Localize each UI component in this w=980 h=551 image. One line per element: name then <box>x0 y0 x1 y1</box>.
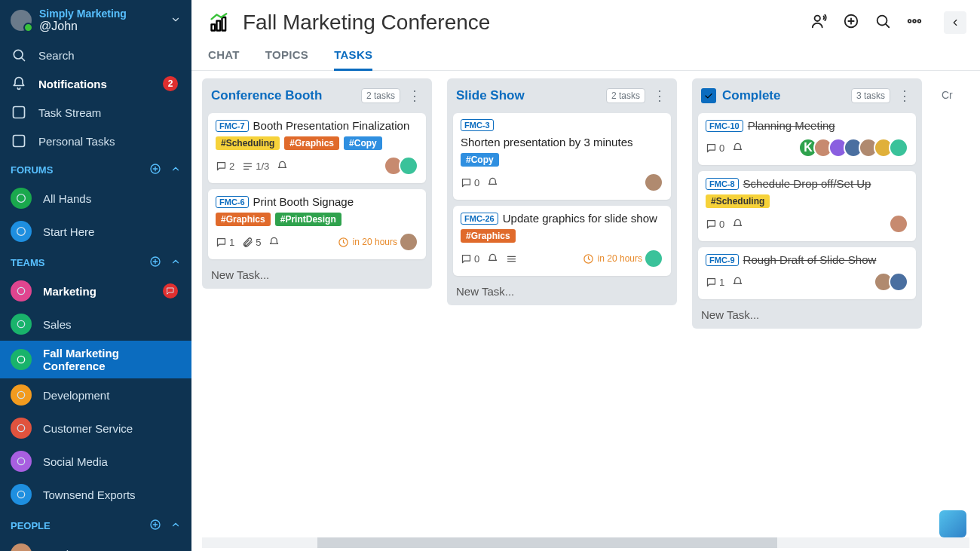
profile-switcher[interactable]: Simply Marketing @John <box>0 0 191 41</box>
task-card[interactable]: FMC-26Update graphics for slide show #Gr… <box>453 206 671 276</box>
checklist-progress[interactable]: 1/3 <box>242 161 269 172</box>
avatar <box>399 232 418 252</box>
collapse-teams-icon[interactable] <box>170 256 181 269</box>
team-item[interactable]: Townsend Exports <box>0 478 191 511</box>
tabs: CHAT TOPICS TASKS <box>191 35 980 71</box>
task-card[interactable]: FMC-10Planning Meeting 0K <box>698 113 916 165</box>
assignee-avatars[interactable] <box>388 156 418 176</box>
new-task-input[interactable]: New Task... <box>453 282 671 299</box>
column-title[interactable]: Complete <box>722 88 845 103</box>
nav-notifications[interactable]: Notifications 2 <box>0 69 191 98</box>
tag[interactable]: #PrintDesign <box>275 213 341 226</box>
column-title[interactable]: Slide Show <box>456 88 600 103</box>
card-meta: 0 <box>461 177 498 188</box>
collapse-forums-icon[interactable] <box>170 164 181 176</box>
chevron-down-icon[interactable] <box>170 14 181 27</box>
team-item[interactable]: Fall Marketing Conference <box>0 341 191 378</box>
comments-count[interactable]: 1 <box>216 237 234 248</box>
attachment-count[interactable]: 5 <box>242 237 261 248</box>
assignee-avatars[interactable] <box>648 173 663 192</box>
task-id[interactable]: FMC-3 <box>461 119 494 131</box>
team-item[interactable]: Customer Service <box>0 412 191 445</box>
comments-count[interactable]: 0 <box>706 142 724 154</box>
bell-icon[interactable] <box>487 177 498 188</box>
comments-count[interactable]: 1 <box>706 277 724 288</box>
list-icon[interactable] <box>506 253 517 265</box>
column-menu-icon[interactable]: ⋮ <box>896 87 913 104</box>
task-card[interactable]: FMC-6Print Booth Signage #Graphics#Print… <box>208 189 426 259</box>
unread-chat-badge <box>163 283 178 298</box>
task-card[interactable]: FMC-7Booth Presentation Finalization #Sc… <box>208 113 426 183</box>
column-header: Slide Show 2 tasks ⋮ <box>453 84 671 107</box>
new-task-input[interactable]: New Task... <box>698 305 916 323</box>
bell-icon[interactable] <box>268 237 280 248</box>
assignee-avatars[interactable]: K <box>803 138 908 158</box>
section-title: PEOPLE <box>11 520 51 531</box>
task-id[interactable]: FMC-6 <box>216 196 249 208</box>
add-person-icon[interactable] <box>149 519 161 533</box>
tag[interactable]: #Graphics <box>284 136 339 150</box>
person-item[interactable]: Jessica <box>0 537 191 551</box>
avatar <box>889 138 908 158</box>
nav-search[interactable]: Search <box>0 41 191 69</box>
assignee-avatars[interactable] <box>648 249 663 268</box>
comments-count[interactable]: 2 <box>216 161 234 172</box>
tag[interactable]: #Copy <box>461 153 499 167</box>
due-indicator: in 20 hours <box>338 237 397 248</box>
nav-personal-tasks[interactable]: Personal Tasks <box>0 127 191 155</box>
nav-task-stream[interactable]: Task Stream <box>0 98 191 127</box>
horizontal-scrollbar[interactable] <box>202 537 969 548</box>
add-forum-icon[interactable] <box>149 163 161 177</box>
presence-icon[interactable] <box>811 13 828 32</box>
team-item[interactable]: Social Media <box>0 445 191 478</box>
comments-count[interactable]: 0 <box>706 219 724 230</box>
column-menu-icon[interactable]: ⋮ <box>406 87 423 104</box>
task-board[interactable]: Conference Booth 2 tasks ⋮ FMC-7Booth Pr… <box>191 71 980 537</box>
avatar <box>889 214 908 234</box>
bell-icon[interactable] <box>277 161 288 172</box>
task-title: Planning Meeting <box>748 119 835 132</box>
add-icon[interactable] <box>843 13 859 32</box>
avatar <box>889 272 908 292</box>
bell-icon[interactable] <box>487 253 498 265</box>
tab-chat[interactable]: CHAT <box>208 48 240 70</box>
create-column[interactable]: Cr <box>937 78 967 101</box>
forum-item[interactable]: Start Here <box>0 215 191 248</box>
task-id[interactable]: FMC-8 <box>706 178 739 190</box>
team-item[interactable]: Sales <box>0 308 191 341</box>
team-item[interactable]: Development <box>0 378 191 412</box>
more-icon[interactable] <box>906 13 923 32</box>
bell-icon[interactable] <box>732 142 743 154</box>
comments-count[interactable]: 0 <box>461 253 479 265</box>
add-team-icon[interactable] <box>149 256 161 270</box>
tag[interactable]: #Graphics <box>216 213 271 226</box>
task-card[interactable]: FMC-8Schedule Drop off/Set Up #Schedulin… <box>698 171 916 241</box>
tag[interactable]: #Copy <box>344 136 382 150</box>
column-menu-icon[interactable]: ⋮ <box>651 87 668 104</box>
comments-count[interactable]: 0 <box>461 177 479 188</box>
column-title[interactable]: Conference Booth <box>211 88 355 103</box>
collapse-people-icon[interactable] <box>170 519 181 532</box>
bell-icon[interactable] <box>732 219 743 230</box>
assignee-avatars[interactable] <box>403 232 418 252</box>
search-icon[interactable] <box>874 13 891 32</box>
section-teams: TEAMS <box>0 248 191 274</box>
assignee-avatars[interactable] <box>893 214 908 234</box>
task-id[interactable]: FMC-26 <box>461 213 498 225</box>
tab-tasks[interactable]: TASKS <box>334 48 372 71</box>
task-id[interactable]: FMC-10 <box>706 120 743 132</box>
forum-item[interactable]: All Hands <box>0 182 191 215</box>
task-card[interactable]: FMC-9Rough Draft of Slide Show 1 <box>698 247 916 299</box>
collapse-panel-button[interactable] <box>944 11 966 34</box>
tab-topics[interactable]: TOPICS <box>265 48 308 70</box>
task-id[interactable]: FMC-9 <box>706 254 739 266</box>
team-item[interactable]: Marketing <box>0 274 191 308</box>
task-id[interactable]: FMC-7 <box>216 120 249 132</box>
task-card[interactable]: FMC-3Shorten presentation by 3 minutes #… <box>453 113 671 200</box>
tag[interactable]: #Scheduling <box>216 136 280 150</box>
tag[interactable]: #Graphics <box>461 229 516 243</box>
new-task-input[interactable]: New Task... <box>208 265 426 283</box>
assignee-avatars[interactable] <box>878 272 908 292</box>
tag[interactable]: #Scheduling <box>706 194 770 208</box>
bell-icon[interactable] <box>732 277 743 288</box>
